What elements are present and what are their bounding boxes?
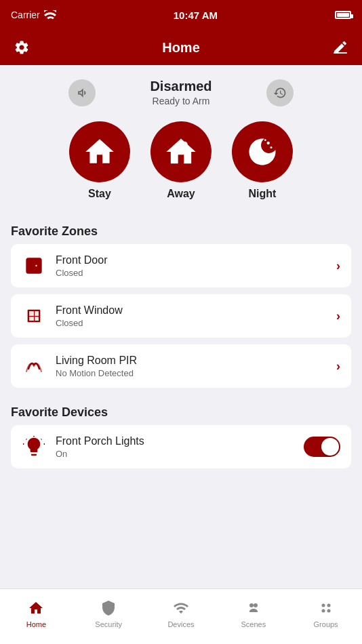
svg-rect-12 bbox=[29, 317, 34, 321]
night-button[interactable]: Night bbox=[232, 121, 293, 200]
devices-nav-icon bbox=[172, 599, 190, 618]
status-bar-time: 10:47 AM bbox=[174, 9, 218, 21]
bottom-nav: Home Security Devices Scenes bbox=[0, 588, 362, 644]
nav-item-scenes[interactable]: Scenes bbox=[217, 599, 289, 635]
svg-point-22 bbox=[327, 603, 330, 607]
alarm-top-row: Disarmed Ready to Arm bbox=[11, 79, 351, 106]
security-nav-icon bbox=[99, 599, 118, 618]
nav-item-groups[interactable]: Groups bbox=[289, 599, 362, 635]
stay-button[interactable]: Stay bbox=[69, 121, 130, 200]
page-title: Home bbox=[33, 40, 329, 56]
zone-front-window-status: Closed bbox=[56, 318, 336, 328]
settings-button[interactable] bbox=[11, 37, 33, 58]
status-bar: Carrier 10:47 AM bbox=[0, 0, 362, 30]
wifi-icon bbox=[44, 10, 56, 20]
zone-front-door-name: Front Door bbox=[56, 254, 336, 266]
zone-front-window-name: Front Window bbox=[56, 304, 336, 317]
arm-buttons-row: Stay Away bbox=[69, 110, 293, 207]
app-header: Home bbox=[0, 30, 362, 65]
svg-rect-10 bbox=[29, 311, 34, 316]
groups-nav-icon bbox=[317, 599, 336, 618]
svg-point-20 bbox=[254, 603, 258, 607]
zone-pir-name: Living Room PIR bbox=[56, 355, 336, 367]
sound-icon-button[interactable] bbox=[68, 79, 96, 106]
carrier-label: Carrier bbox=[11, 9, 40, 20]
history-icon-button[interactable] bbox=[266, 79, 294, 106]
svg-point-8 bbox=[35, 265, 37, 266]
zone-pir-status: No Motion Detected bbox=[56, 368, 336, 378]
home-nav-icon bbox=[26, 599, 45, 618]
zone-pir-text: Living Room PIR No Motion Detected bbox=[56, 355, 336, 378]
chevron-right-icon: › bbox=[336, 359, 340, 374]
nav-item-devices[interactable]: Devices bbox=[145, 599, 218, 635]
alarm-status-sub: Ready to Arm bbox=[150, 96, 212, 106]
night-button-circle bbox=[232, 121, 293, 182]
away-label: Away bbox=[167, 188, 195, 200]
battery-icon bbox=[335, 11, 351, 19]
porch-lights-toggle[interactable] bbox=[304, 437, 340, 457]
status-bar-left: Carrier bbox=[11, 9, 56, 20]
alarm-status: Disarmed Ready to Arm bbox=[150, 79, 212, 106]
nav-security-label: Security bbox=[95, 620, 122, 628]
devices-list: Front Porch Lights On bbox=[0, 425, 362, 468]
svg-point-19 bbox=[249, 603, 254, 607]
edit-button[interactable] bbox=[329, 37, 351, 58]
svg-point-21 bbox=[321, 603, 325, 607]
zone-item-front-window[interactable]: Front Window Closed › bbox=[11, 294, 351, 338]
zone-item-front-door[interactable]: Front Door Closed › bbox=[11, 244, 351, 287]
alarm-status-title: Disarmed bbox=[150, 79, 212, 94]
door-icon bbox=[22, 254, 46, 278]
chevron-right-icon: › bbox=[336, 309, 340, 323]
nav-groups-label: Groups bbox=[314, 620, 338, 628]
svg-point-23 bbox=[321, 609, 325, 612]
status-bar-right bbox=[335, 11, 351, 19]
window-icon bbox=[22, 304, 46, 328]
svg-rect-7 bbox=[29, 260, 39, 271]
alarm-section: Disarmed Ready to Arm Stay bbox=[0, 65, 362, 214]
device-item-porch-lights[interactable]: Front Porch Lights On bbox=[11, 425, 351, 468]
night-label: Night bbox=[249, 188, 277, 200]
svg-point-1 bbox=[96, 144, 103, 151]
svg-rect-0 bbox=[334, 52, 347, 54]
nav-devices-label: Devices bbox=[167, 620, 194, 628]
nav-home-label: Home bbox=[26, 620, 46, 628]
chevron-right-icon: › bbox=[336, 259, 340, 273]
zone-front-door-text: Front Door Closed bbox=[56, 254, 336, 278]
scenes-nav-icon bbox=[244, 599, 263, 618]
svg-point-24 bbox=[327, 609, 330, 612]
nav-scenes-label: Scenes bbox=[241, 620, 266, 628]
favorite-zones-heading: Favorite Zones bbox=[0, 214, 362, 244]
device-porch-lights-name: Front Porch Lights bbox=[56, 435, 304, 447]
svg-point-3 bbox=[267, 142, 270, 144]
light-icon bbox=[22, 435, 46, 459]
zones-list: Front Door Closed › Front Window Closed bbox=[0, 244, 362, 388]
pir-icon bbox=[22, 354, 46, 378]
device-porch-lights-status: On bbox=[56, 449, 304, 459]
away-button[interactable]: Away bbox=[150, 121, 212, 200]
away-button-circle bbox=[150, 121, 212, 182]
svg-point-5 bbox=[264, 139, 266, 141]
nav-item-home[interactable]: Home bbox=[0, 599, 73, 635]
svg-point-4 bbox=[270, 146, 272, 148]
svg-rect-11 bbox=[35, 311, 39, 316]
main-content: Disarmed Ready to Arm Stay bbox=[0, 65, 362, 588]
stay-label: Stay bbox=[88, 188, 111, 200]
nav-item-security[interactable]: Security bbox=[73, 599, 145, 635]
stay-button-circle bbox=[69, 121, 130, 182]
favorite-devices-heading: Favorite Devices bbox=[0, 395, 362, 425]
svg-point-2 bbox=[182, 142, 188, 148]
svg-line-17 bbox=[41, 439, 42, 440]
svg-line-15 bbox=[26, 439, 27, 440]
zone-item-pir[interactable]: Living Room PIR No Motion Detected › bbox=[11, 344, 351, 388]
zone-front-door-status: Closed bbox=[56, 268, 336, 278]
zone-front-window-text: Front Window Closed bbox=[56, 304, 336, 328]
device-porch-lights-text: Front Porch Lights On bbox=[56, 435, 304, 459]
svg-rect-13 bbox=[35, 317, 39, 321]
